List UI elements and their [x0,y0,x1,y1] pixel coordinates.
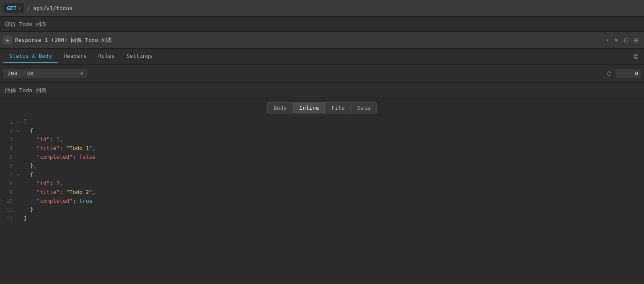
line-expand-2[interactable]: ▾ [17,128,23,134]
body-desc-text: 回傳 Todo 列表 [5,87,47,94]
line-num-10: 10 [0,197,17,205]
status-chevron-icon: ▼ [80,71,83,76]
main-content: + Response 1 (200) 回傳 Todo 列表 ▾ ✕ ⊡ ⊞ St… [0,32,644,284]
clock-icon: ⏱ [606,70,612,77]
response-actions: ✕ ⊡ ⊞ [612,36,641,44]
line-num-7: 7 [0,171,17,179]
tab-rules[interactable]: Rules [93,49,121,63]
code-editor: 1 ▾ [ 2 ▾ { 3 "id": 1, 4 "title": "Todo … [0,118,644,284]
line-content-5: "completed": false [23,153,96,162]
add-response-button[interactable]: + [3,36,12,44]
code-line-6: 6 }, [0,162,644,170]
line-content-2: { [23,127,33,135]
method-selector[interactable]: GET ▾ [3,3,24,13]
tab-status-body[interactable]: Status & Body [3,49,58,63]
tabs-bar: Status & Body Headers Rules Settings ⧉ [0,49,644,65]
url-input[interactable] [33,5,641,11]
line-content-3: "id": 1, [23,135,63,144]
line-content-12: ] [23,214,27,223]
body-desc-row: 回傳 Todo 列表 [0,83,644,98]
line-num-8: 8 [0,180,17,188]
tab-settings[interactable]: Settings [121,49,159,63]
line-num-6: 6 [0,162,17,170]
line-content-4: "title": "Todo 1", [23,144,96,153]
body-type-data-button[interactable]: Data [351,102,377,114]
status-selector[interactable]: 200 - OK ▼ [3,69,87,78]
code-line-5: 5 "completed": false [0,153,644,162]
code-line-2: 2 ▾ { [0,127,644,135]
code-line-7: 7 ▾ { [0,170,644,179]
code-line-10: 10 "completed": true [0,197,644,206]
body-type-inline-button[interactable]: Inline [293,102,325,114]
line-content-11: } [23,206,33,214]
status-right-area: ⏱ [606,69,641,78]
description-bar: 取得 Todo 列表 [0,17,644,32]
code-line-9: 9 "title": "Todo 2", [0,188,644,197]
line-content-6: }, [23,162,36,170]
line-num-4: 4 [0,145,17,152]
line-num-5: 5 [0,153,17,161]
body-type-file-button[interactable]: File [325,102,351,114]
method-chevron-icon: ▾ [18,6,21,10]
body-type-row: Body Inline File Data [0,98,644,118]
response-minimize-button[interactable]: ⊡ [622,36,631,44]
line-num-12: 12 [0,215,17,223]
status-value: 200 - OK [8,70,77,77]
line-num-3: 3 [0,136,17,144]
line-num-2: 2 [0,127,17,135]
tab-headers[interactable]: Headers [58,49,93,63]
response-split-button[interactable]: ⊞ [632,36,641,44]
copy-button[interactable]: ⧉ [631,51,641,62]
url-bar: GET ▾ / [0,0,644,17]
delay-input[interactable] [616,69,641,78]
url-separator: / [27,4,31,12]
code-line-11: 11 } [0,206,644,214]
code-line-3: 3 "id": 1, [0,135,644,144]
line-expand-7[interactable]: ▾ [17,172,23,178]
code-line-1: 1 ▾ [ [0,118,644,127]
line-content-8: "id": 2, [23,179,63,188]
code-line-8: 8 "id": 2, [0,179,644,188]
line-content-7: { [23,170,33,179]
line-num-1: 1 [0,118,17,126]
method-text: GET [7,5,16,11]
description-text: 取得 Todo 列表 [5,21,47,28]
code-line-4: 4 "title": "Todo 1", [0,144,644,153]
status-row: 200 - OK ▼ ⏱ [0,65,644,83]
response-dropdown-icon[interactable]: ▾ [606,38,609,42]
response-close-button[interactable]: ✕ [612,36,621,44]
line-content-9: "title": "Todo 2", [23,188,96,197]
line-content-10: "completed": true [23,197,92,206]
line-num-11: 11 [0,206,17,214]
line-content-1: [ [23,118,27,127]
body-type-body-button[interactable]: Body [267,102,293,114]
line-num-9: 9 [0,188,17,196]
response-header: + Response 1 (200) 回傳 Todo 列表 ▾ ✕ ⊡ ⊞ [0,32,644,49]
line-expand-1[interactable]: ▾ [17,119,23,126]
response-title: Response 1 (200) 回傳 Todo 列表 [15,36,603,44]
code-line-12: 12 ] [0,214,644,223]
